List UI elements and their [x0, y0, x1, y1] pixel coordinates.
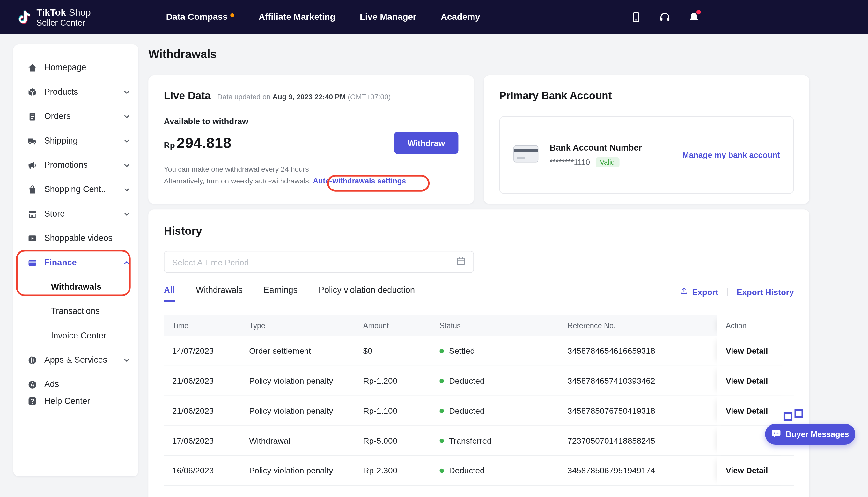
cell-type: Policy violation penalty	[241, 456, 355, 485]
sidebar-item-withdrawals[interactable]: Withdrawals	[13, 275, 139, 299]
currency-prefix: Rp	[164, 140, 175, 150]
buyer-messages-button[interactable]: Buyer Messages	[765, 424, 855, 445]
sidebar-item-transactions[interactable]: Transactions	[13, 299, 139, 323]
sidebar-item-shipping[interactable]: Shipping	[13, 129, 139, 153]
cell-status: Deducted	[431, 396, 559, 425]
nav-item-live-manager[interactable]: Live Manager	[360, 12, 417, 22]
notification-badge-dot	[696, 10, 701, 14]
col-time: Time	[164, 315, 241, 336]
view-detail-link[interactable]: View Detail	[726, 406, 768, 415]
tab-policy-violation-deduction[interactable]: Policy violation deduction	[319, 285, 415, 302]
chevron-down-icon	[124, 139, 129, 143]
calendar-icon[interactable]	[456, 256, 466, 268]
mobile-app-icon[interactable]	[630, 11, 642, 23]
col-reference: Reference No.	[559, 315, 717, 336]
col-type: Type	[241, 315, 355, 336]
bell-notifications-icon[interactable]	[688, 11, 700, 23]
col-status: Status	[431, 315, 559, 336]
chevron-down-icon	[124, 358, 129, 362]
time-period-filter[interactable]	[164, 251, 474, 273]
cell-action: View Detail	[717, 366, 794, 395]
view-detail-link[interactable]: View Detail	[726, 466, 768, 475]
cell-time: 21/06/2023	[164, 366, 241, 395]
auto-withdrawals-settings-link[interactable]: Auto-withdrawals settings	[313, 177, 406, 185]
tiktok-shop-logo[interactable]: TikTokShop Seller Center	[17, 7, 90, 27]
sidebar-item-finance[interactable]: Finance	[13, 251, 139, 275]
cell-reference: 7237050701418858245	[559, 426, 717, 455]
cell-action: View Detail	[717, 336, 794, 366]
updated-timestamp: Aug 9, 2023 22:40 PM	[273, 93, 346, 101]
tab-withdrawals[interactable]: Withdrawals	[196, 285, 243, 302]
note-line-1: You can make one withdrawal every 24 hou…	[164, 163, 459, 175]
sidebar-item-homepage[interactable]: Homepage	[13, 56, 139, 80]
cell-status: Deducted	[431, 366, 559, 395]
sidebar-item-help-center[interactable]: Help Center	[13, 389, 139, 413]
bank-card-icon	[513, 145, 539, 165]
cell-reference: 3458784657410393462	[559, 366, 717, 395]
export-history-link[interactable]: Export History	[737, 287, 794, 297]
nav-item-academy[interactable]: Academy	[441, 12, 480, 22]
live-data-title: Live Data	[164, 90, 211, 102]
headset-support-icon[interactable]	[659, 11, 671, 23]
table-row: 17/06/2023 Withdrawal Rp-5.000 Transferr…	[164, 426, 794, 456]
manage-bank-account-link[interactable]: Manage my bank account	[682, 151, 780, 159]
video-play-icon	[28, 233, 37, 243]
view-detail-link[interactable]: View Detail	[726, 377, 768, 385]
primary-bank-account-card: Primary Bank Account Bank Account Number…	[484, 75, 809, 204]
history-tabs: All Withdrawals Earnings Policy violatio…	[164, 285, 415, 302]
col-action: Action	[717, 315, 794, 336]
cell-time: 21/06/2023	[164, 396, 241, 425]
nav-menu: Data Compass Affiliate Marketing Live Ma…	[166, 0, 480, 34]
time-period-input[interactable]	[172, 257, 456, 267]
chevron-down-icon	[124, 163, 129, 167]
history-tabs-row: All Withdrawals Earnings Policy violatio…	[164, 285, 794, 302]
sidebar-item-apps-services[interactable]: Apps & Services	[13, 348, 139, 372]
tab-earnings[interactable]: Earnings	[264, 285, 298, 302]
chevron-down-icon	[124, 212, 129, 216]
bank-account-info: Bank Account Number ********1110 Valid	[550, 143, 642, 167]
cell-amount: $0	[355, 336, 432, 366]
chat-bubble-icon	[771, 428, 781, 440]
shipping-truck-icon	[28, 136, 37, 145]
sidebar-item-orders[interactable]: Orders	[13, 104, 139, 128]
status-dot	[439, 349, 444, 353]
table-header-row: Time Type Amount Status Reference No. Ac…	[164, 315, 794, 336]
floating-windows-icon[interactable]	[783, 409, 804, 424]
sidebar-item-invoice-center[interactable]: Invoice Center	[13, 324, 139, 348]
available-to-withdraw-label: Available to withdraw	[164, 116, 459, 126]
cell-amount: Rp-1.100	[355, 396, 432, 425]
cell-amount: Rp-5.000	[355, 426, 432, 455]
sidebar-item-store[interactable]: Store	[13, 202, 139, 226]
shopping-bag-icon	[28, 185, 37, 194]
cell-reference: 3458785067951949174	[559, 456, 717, 485]
withdraw-button[interactable]: Withdraw	[394, 132, 458, 154]
export-area: Export Export History	[680, 287, 794, 300]
seller-center-page: TikTokShop Seller Center Data Compass Af…	[0, 0, 868, 497]
help-question-icon	[28, 396, 37, 406]
sidebar-item-shoppable-videos[interactable]: Shoppable videos	[13, 226, 139, 250]
withdrawal-notes: You can make one withdrawal every 24 hou…	[164, 163, 459, 187]
note-line-2: Alternatively, turn on weekly auto-withd…	[164, 175, 459, 187]
top-navbar: TikTokShop Seller Center Data Compass Af…	[0, 0, 868, 34]
view-detail-link[interactable]: View Detail	[726, 346, 768, 355]
storefront-icon	[28, 209, 37, 218]
brand-text: TikTokShop Seller Center	[37, 7, 91, 27]
ads-icon	[28, 380, 37, 389]
table-row: 16/06/2023 Policy violation penalty Rp-2…	[164, 456, 794, 486]
cell-status: Transferred	[431, 426, 559, 455]
cell-amount: Rp-1.200	[355, 366, 432, 395]
cell-status: Settled	[431, 336, 559, 366]
sidebar-item-shopping-center[interactable]: Shopping Cent...	[13, 178, 139, 202]
nav-item-affiliate-marketing[interactable]: Affiliate Marketing	[259, 12, 335, 22]
data-compass-badge-dot	[230, 13, 234, 17]
cell-time: 16/06/2023	[164, 456, 241, 485]
page-title: Withdrawals	[148, 47, 217, 61]
tab-all[interactable]: All	[164, 285, 175, 302]
sidebar-item-promotions[interactable]: Promotions	[13, 153, 139, 177]
export-button[interactable]: Export	[680, 287, 719, 297]
sidebar-item-products[interactable]: Products	[13, 80, 139, 104]
nav-item-data-compass[interactable]: Data Compass	[166, 12, 234, 22]
bank-card-title: Primary Bank Account	[500, 90, 794, 102]
cell-reference: 3458784654616659318	[559, 336, 717, 366]
cell-action: View Detail	[717, 456, 794, 485]
